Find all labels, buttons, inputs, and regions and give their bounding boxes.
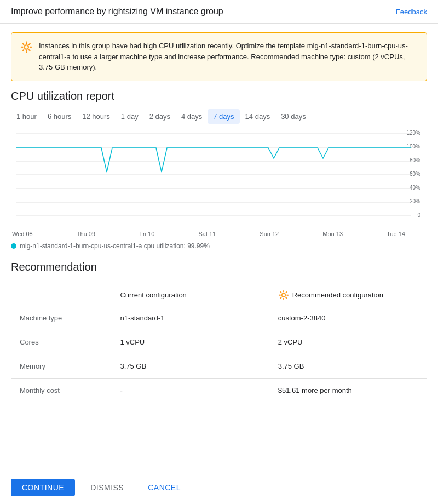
x-label-sat: Sat 11 (198, 231, 216, 237)
x-label-fri: Fri 10 (139, 231, 154, 237)
x-label-tue: Tue 14 (387, 231, 405, 237)
svg-text:0: 0 (417, 212, 420, 218)
main-content: 🔆 Instances in this group have had high … (0, 32, 438, 446)
sun-icon: 🔆 (278, 290, 289, 300)
page-title: Improve performance by rightsizing VM in… (11, 7, 223, 16)
row-label-1: Cores (11, 330, 111, 354)
tab-4days[interactable]: 4 days (176, 109, 208, 124)
row-current-2: 3.75 GB (111, 354, 269, 378)
dismiss-button[interactable]: DISMISS (82, 479, 132, 496)
warning-icon: 🔆 (20, 41, 32, 53)
tab-1hour[interactable]: 1 hour (11, 109, 42, 124)
svg-text:20%: 20% (410, 198, 420, 204)
svg-text:60%: 60% (410, 171, 420, 177)
cpu-section-title: CPU utilization report (11, 90, 427, 102)
row-current-0: n1-standard-1 (111, 306, 269, 330)
svg-text:80%: 80% (410, 157, 420, 163)
table-row: Cores 1 vCPU 2 vCPU (11, 330, 427, 354)
table-header-row: Current configuration 🔆 Recommended conf… (11, 284, 427, 306)
table-row: Machine type n1-standard-1 custom-2-3840 (11, 306, 427, 330)
cpu-section: CPU utilization report 1 hour 6 hours 12… (0, 90, 438, 250)
tab-2days[interactable]: 2 days (144, 109, 176, 124)
col-header-recommended: 🔆 Recommended configuration (269, 284, 427, 306)
col-header-label (11, 284, 111, 306)
recommendation-section: Recommendation Current configuration 🔆 R… (0, 261, 438, 402)
alert-banner: 🔆 Instances in this group have had high … (11, 32, 427, 81)
tab-1day[interactable]: 1 day (116, 109, 144, 124)
row-current-3: - (111, 378, 269, 402)
cancel-button[interactable]: CANCEL (139, 479, 189, 496)
config-table: Current configuration 🔆 Recommended conf… (11, 284, 427, 402)
row-current-1: 1 vCPU (111, 330, 269, 354)
x-label-mon: Mon 13 (322, 231, 343, 237)
col-header-current: Current configuration (111, 284, 269, 306)
legend-label: mig-n1-standard-1-burn-cpu-us-central1-a… (20, 242, 210, 250)
tab-12hours[interactable]: 12 hours (77, 109, 116, 124)
tab-14days[interactable]: 14 days (240, 109, 276, 124)
legend-dot (11, 243, 16, 249)
row-label-2: Memory (11, 354, 111, 378)
row-label-0: Machine type (11, 306, 111, 330)
feedback-link[interactable]: Feedback (396, 8, 427, 16)
table-row: Monthly cost - $51.61 more per month (11, 378, 427, 402)
chart-x-labels: Wed 08 Thu 09 Fri 10 Sat 11 Sun 12 Mon 1… (11, 231, 427, 237)
table-row: Memory 3.75 GB 3.75 GB (11, 354, 427, 378)
row-recommended-3: $51.61 more per month (269, 378, 427, 402)
row-label-3: Monthly cost (11, 378, 111, 402)
x-label-sun: Sun 12 (260, 231, 279, 237)
row-recommended-0: custom-2-3840 (269, 306, 427, 330)
svg-text:100%: 100% (406, 144, 420, 150)
recommendation-title: Recommendation (11, 261, 427, 273)
cpu-chart: 120% 100% 80% 60% 40% 20% 0 (11, 128, 427, 238)
x-label-wed: Wed 08 (12, 231, 33, 237)
chart-legend: mig-n1-standard-1-burn-cpu-us-central1-a… (11, 242, 427, 250)
svg-text:40%: 40% (410, 185, 420, 191)
x-label-thu: Thu 09 (77, 231, 95, 237)
alert-text: Instances in this group have had high CP… (39, 41, 418, 73)
continue-button[interactable]: CONTINUE (11, 479, 75, 496)
row-recommended-2: 3.75 GB (269, 354, 427, 378)
time-range-tabs: 1 hour 6 hours 12 hours 1 day 2 days 4 d… (11, 109, 427, 124)
tab-7days[interactable]: 7 days (208, 109, 239, 124)
tab-6hours[interactable]: 6 hours (42, 109, 77, 124)
footer: CONTINUE DISMISS CANCEL (0, 471, 438, 504)
page-header: Improve performance by rightsizing VM in… (0, 0, 438, 24)
svg-text:120%: 120% (406, 130, 420, 136)
row-recommended-1: 2 vCPU (269, 330, 427, 354)
tab-30days[interactable]: 30 days (275, 109, 312, 124)
